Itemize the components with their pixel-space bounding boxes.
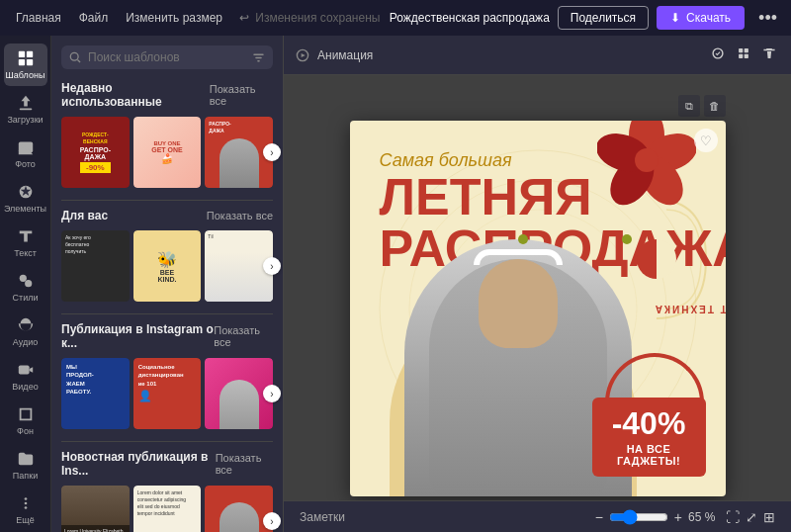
show-all-foryou[interactable]: Показать все	[207, 210, 273, 222]
svg-rect-18	[739, 54, 743, 58]
svg-point-9	[25, 280, 32, 287]
undo-icon: ↩	[239, 11, 249, 25]
svg-rect-4	[19, 108, 32, 110]
half-circle-deco	[637, 239, 676, 279]
show-all-recent[interactable]: Показать все	[210, 83, 273, 107]
sidebar-label-folders: Папки	[13, 471, 38, 481]
share-button[interactable]: Поделиться	[558, 6, 649, 30]
topbar: Главная Файл Изменить размер ↩ Изменения…	[0, 0, 791, 36]
nav-resize[interactable]: Изменить размер	[118, 8, 230, 28]
insta-next-arrow[interactable]: ›	[263, 385, 281, 402]
dot-decoration-right	[622, 234, 632, 244]
canvas-toolbar: Анимация	[284, 36, 791, 75]
expand-btn[interactable]: ⤢	[746, 509, 757, 525]
zoom-in-btn[interactable]: +	[674, 509, 682, 525]
sidebar-item-more[interactable]: Ещё	[4, 488, 47, 531]
nav-file[interactable]: Файл	[71, 8, 117, 28]
notes-label: Заметки	[300, 510, 587, 524]
discount-badge: -40% НА ВСЕГАДЖЕТЫ!	[592, 398, 706, 477]
download-icon: ⬇	[670, 11, 680, 25]
sidebar-item-folders[interactable]: Папки	[4, 444, 47, 487]
section-insta-header: Публикация в Instagram о к... Показать в…	[61, 322, 273, 350]
more-options-button[interactable]: •••	[752, 6, 783, 31]
template-insta-red[interactable]: Социальноедистанцирование 101 👤	[133, 358, 202, 429]
page-actions: ⧉ 🗑	[350, 95, 726, 117]
zoom-out-btn[interactable]: −	[595, 509, 603, 525]
section-foryou-header: Для вас Показать все	[61, 209, 273, 222]
sidebar-label-elements: Элементы	[4, 204, 46, 214]
design-content: Самая большая ЛЕТНЯЯ РАСПРОДАЖА SMART ТЕ…	[350, 121, 726, 496]
sidebar-label-more: Ещё	[16, 515, 34, 525]
styles-icon	[17, 272, 35, 290]
topbar-right: Рождественская распродажа Поделиться ⬇ С…	[390, 6, 783, 31]
svg-point-28	[635, 148, 659, 172]
sidebar-item-elements[interactable]: Элементы	[4, 177, 47, 220]
promo-button[interactable]: Рождественская распродажа	[390, 11, 550, 25]
download-button[interactable]: ⬇ Скачать	[657, 6, 745, 30]
sidebar-item-photos[interactable]: Фото	[4, 133, 47, 175]
side-text: SMART ТЕХНИКА	[653, 304, 725, 314]
folder-icon	[17, 450, 35, 468]
template-news-person[interactable]	[205, 486, 273, 532]
svg-rect-16	[739, 48, 743, 52]
text-icon	[17, 227, 35, 245]
template-food-pink[interactable]: BUY ONE GET ONE 🍰	[133, 117, 202, 188]
sidebar-label-background: Фон	[17, 426, 34, 436]
template-foryou-beekind[interactable]: 🐝 BEEKIND.	[133, 230, 202, 302]
template-insta-blue[interactable]: МЫПРОДОЛ-ЖАЕМРАБОТУ.	[61, 358, 130, 429]
sidebar-item-audio[interactable]: Аудио	[4, 310, 47, 353]
more-icon	[17, 494, 35, 512]
search-icon	[69, 51, 82, 64]
search-box[interactable]	[61, 45, 273, 69]
sidebar-label-video: Видео	[12, 382, 38, 392]
foryou-next-arrow[interactable]: ›	[263, 257, 281, 275]
sidebar-item-uploads[interactable]: Загрузки	[4, 88, 47, 131]
sidebar-label-text: Текст	[14, 248, 37, 258]
flower-svg	[597, 121, 696, 210]
svg-point-14	[70, 52, 78, 60]
delete-page-btn[interactable]: 🗑	[704, 95, 726, 117]
news-next-arrow[interactable]: ›	[263, 512, 281, 530]
svg-rect-3	[26, 59, 32, 65]
template-news-text[interactable]: Lorem dolor sit ametconsectetur adipisci…	[133, 486, 202, 532]
nav-home[interactable]: Главная	[8, 8, 69, 28]
show-all-news[interactable]: Показать все	[216, 452, 273, 476]
template-news-building[interactable]: Lorem University ElizabethRaises $1.2 Bi…	[61, 486, 130, 532]
topbar-nav: Главная Файл Изменить размер	[8, 8, 230, 28]
template-christmas-red[interactable]: РОЖДЕСТ-ВЕНСКАЯ РАСПРО-ДАЖА -90%	[61, 117, 130, 188]
zoom-slider[interactable]	[609, 509, 668, 525]
zoom-controls: − + 65 %	[595, 509, 718, 525]
canvas-tool-1[interactable]	[708, 44, 728, 66]
fullscreen-btn[interactable]: ⛶	[726, 509, 740, 525]
section-news-title: Новостная публикация в Ins...	[61, 450, 216, 478]
favorite-button[interactable]: ♡	[694, 129, 718, 152]
background-icon	[17, 405, 35, 423]
sidebar-item-video[interactable]: Видео	[4, 355, 47, 398]
canvas-area: Анимация ⧉ 🗑 ♡	[284, 36, 791, 532]
layout-btn[interactable]: ⊞	[763, 509, 775, 525]
sidebar-item-background[interactable]: Фон	[4, 399, 47, 442]
template-row-foryou: Ак хочу егобесплатнополучить 🐝 BEEKIND. …	[61, 230, 273, 302]
show-all-insta[interactable]: Показать все	[214, 324, 273, 348]
svg-rect-19	[745, 54, 748, 58]
template-foryou-1[interactable]: Ак хочу егобесплатнополучить	[61, 230, 130, 302]
sidebar-item-text[interactable]: Текст	[4, 222, 47, 264]
copy-page-btn[interactable]: ⧉	[678, 95, 700, 117]
svg-point-8	[19, 275, 26, 282]
section-recent-header: Недавно использованные Показать все	[61, 81, 273, 109]
template-row-news: Lorem University ElizabethRaises $1.2 Bi…	[61, 486, 273, 532]
sidebar-item-styles[interactable]: Стили	[4, 266, 47, 309]
sidebar-icons: Шаблоны Загрузки Фото Элементы Текст Сти…	[0, 36, 51, 532]
topbar-center: ↩ Изменения сохранены	[234, 11, 386, 25]
svg-rect-10	[18, 366, 29, 375]
canvas-page[interactable]: ♡	[350, 121, 726, 496]
search-input[interactable]	[88, 50, 246, 64]
canvas-tool-3[interactable]	[759, 44, 779, 66]
section-foryou-title: Для вас	[61, 209, 108, 222]
dot-decoration-left	[518, 234, 528, 244]
recent-next-arrow[interactable]: ›	[263, 143, 281, 161]
canvas-scroll[interactable]: ⧉ 🗑 ♡	[284, 75, 791, 500]
sidebar-item-templates[interactable]: Шаблоны	[4, 44, 47, 86]
canvas-toolbar-right	[708, 44, 779, 66]
canvas-tool-2[interactable]	[734, 44, 753, 66]
